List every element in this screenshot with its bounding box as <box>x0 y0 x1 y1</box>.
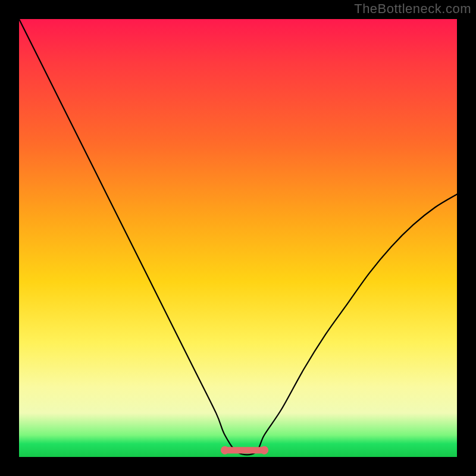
optimal-range-end-dot <box>260 446 268 455</box>
chart-frame: TheBottleneck.com <box>0 0 476 476</box>
bottleneck-curve <box>19 19 457 455</box>
curve-layer <box>19 19 457 457</box>
optimal-range-start-dot <box>221 446 229 455</box>
watermark-text: TheBottleneck.com <box>354 1 471 17</box>
plot-area <box>19 19 457 457</box>
